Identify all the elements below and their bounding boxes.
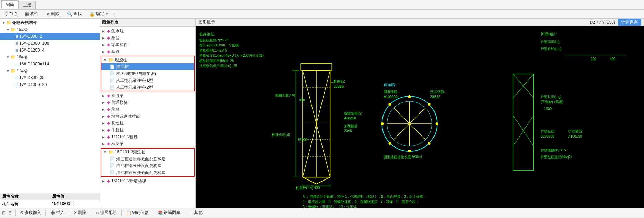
cat-item-lx[interactable]: ▶ ◆ 零星构件 — [100, 41, 195, 48]
node-icon: ⬡ — [4, 11, 8, 17]
cat-item-16g3[interactable]: ▼ 📁 16G101-3灌注桩 — [101, 149, 194, 155]
cat-item-qz[interactable]: ▶ ◆ 墙柱或砌体拉筋 — [100, 113, 195, 120]
cat-item-pile3[interactable]: 📄 人工挖孔灌注桩-1型 — [101, 77, 194, 84]
cat-item-kjl[interactable]: ▶ ◆ 框架梁 — [100, 140, 195, 147]
guard-wall-rect — [513, 74, 534, 170]
find-btn[interactable]: 🔍 查找 — [64, 10, 84, 18]
cat-ntz-arrow: ▶ — [102, 128, 107, 132]
component-btn[interactable]: ▦ 构件 — [23, 10, 41, 18]
delete-btn[interactable]: ✕ 删除 — [44, 10, 62, 18]
cat-item-yt[interactable]: ▶ ◆ 阳台 — [100, 34, 195, 41]
insert-btn[interactable]: ➕ 插入 — [47, 209, 68, 217]
tree-root-arrow[interactable]: ▼ — [1, 21, 6, 25]
btbar-sep5 — [121, 210, 122, 216]
label-pile-steel-title: 桩身钢筋: — [199, 32, 215, 36]
tree-root[interactable]: ▼ 📁 钢筋表格构件 — [0, 19, 100, 26]
cat-16g2-arrow: ▶ — [102, 179, 107, 183]
cat-item-ygl[interactable]: ▶ ◆ 圆过梁 — [100, 92, 195, 99]
cat-item-16g2[interactable]: ▶ ◆ 16G101-2新增楼梯 — [100, 177, 195, 184]
bottom-icon-2: ⊞ — [8, 210, 12, 215]
cat-ntz-diamond-icon: ◆ — [107, 128, 110, 132]
tree-floor-16[interactable]: ▼ 📁 16#楼 — [0, 54, 100, 61]
label-hw-stirrup: 护壁箍筋: — [568, 129, 583, 133]
label-dajtype: 搭接类型(1.4jzs) 5 — [199, 48, 227, 52]
cat-item-16g3-1[interactable]: 📄 灌注桩通长等截面配筋构造 — [101, 155, 194, 162]
scale-reinf-btn[interactable]: ↔ 缩尺配筋 — [92, 209, 120, 217]
cat-item-pile2[interactable]: 📄 桩(处理加密与非加密) — [101, 70, 194, 77]
label-hw-longbar-val: B228200 — [541, 134, 554, 138]
cat-item-jc[interactable]: ▶ ◆ 基础 — [100, 48, 195, 55]
note-line1: 注：搭接类型为数值，其中 1：代表绑扎（默认），2：单面焊接，3：双面焊接， — [303, 195, 426, 198]
cat-ygl-arrow: ▶ — [102, 94, 107, 98]
node-btn[interactable]: ⬡ 节点 — [2, 10, 20, 18]
cat-jsk-arrow: ▶ — [102, 29, 107, 33]
btbar-sep1 — [15, 210, 16, 216]
cat-16g3-1-page-icon: 📄 — [110, 156, 115, 161]
tab-civil[interactable]: 土建 — [19, 1, 36, 9]
cat-ptlt-arrow: ▶ — [102, 101, 107, 105]
table-icon-17d800: ⊞ — [15, 76, 18, 80]
tree-item-15d1200[interactable]: ⊞ 15#-D1200=4 — [0, 47, 100, 54]
tree-floor15-arrow[interactable]: ▼ — [6, 28, 10, 32]
cat-kjl-arrow: ▶ — [102, 142, 107, 146]
cat-jc-arrow: ▶ — [102, 50, 107, 54]
label-gudu: 箍固长度(La) — [275, 93, 295, 97]
tree-floor-15[interactable]: ▼ 📁 15#楼 — [0, 26, 100, 33]
cat-11g-diamond-icon: ◆ — [107, 134, 110, 139]
label-200: 200 — [591, 57, 596, 61]
param-input-btn[interactable]: ⚙ 参数输入 — [17, 209, 44, 217]
rebar-bl — [388, 142, 391, 145]
cat-item-xjz[interactable]: ▼ 📁 现浇柱 — [101, 56, 194, 63]
cat-item-pile4[interactable]: 📄 人工挖孔灌注桩-2型 — [101, 84, 194, 91]
cat-section-xianjiao: ▼ 📁 现浇柱 📄 灌注桩 📄 桩(处理加密与非加密) 📄 人工挖孔灌注桩-1型 — [101, 56, 195, 91]
reinf-lib-btn[interactable]: 📚 钢筋图库 — [155, 209, 183, 217]
delete-icon: ✕ — [46, 11, 50, 17]
tree-item-17d1000[interactable]: ⊞ 17#-D1000=29 — [0, 81, 100, 88]
label-hw-title: 护壁钢筋: — [540, 32, 557, 36]
label-hw-len: 护壁长度(L.g) — [540, 95, 562, 99]
toolbar-more-btn[interactable]: » — [114, 12, 116, 16]
cat-item-16g3-3[interactable]: 📄 灌注桩通长变截面配筋构造 — [101, 169, 194, 176]
cat-item-ptlt[interactable]: ▶ ◆ 普通楼梯 — [100, 99, 195, 106]
main-layout: ▼ 📁 钢筋表格构件 ▼ 📁 15#楼 ⊞ 15#-D800=2 ⊞ 15#-D… — [0, 19, 644, 208]
btbar-delete-btn[interactable]: ✕ 删除 — [71, 209, 89, 217]
tree-item-15d1000[interactable]: ⊞ 15#-D1000=108 — [0, 40, 100, 47]
tree-item-15d800[interactable]: ⊞ 15#-D800=2 — [0, 33, 100, 40]
cat-pile2-page-icon: 📄 — [110, 71, 115, 76]
cat-item-16g3-2[interactable]: 📄 灌注桩部分长度配筋构造 — [101, 162, 194, 169]
calc-save-button[interactable]: 计算保存 — [618, 19, 641, 26]
rebar-tr — [428, 103, 431, 106]
label-pile-len: 桩身长度(zl) — [271, 133, 290, 137]
btbar-sep6 — [153, 210, 153, 216]
top-tab-bar: 钢筋 土建 — [0, 0, 644, 10]
tab-steel[interactable]: 钢筋 — [1, 0, 19, 9]
cat-gzz-arrow: ▶ — [102, 121, 107, 125]
tree-item-16d1000[interactable]: ⊞ 16#-D1000=114 — [0, 61, 100, 67]
tree-floor17-arrow[interactable]: ▼ — [6, 69, 10, 73]
label-hw-dia: 护壁纵筋直径(hbzj2) — [540, 155, 572, 159]
cat-item-jsk[interactable]: ▶ ◆ 集水坑 — [100, 28, 195, 34]
reinf-info-btn[interactable]: 📋 钢筋信息 — [123, 209, 152, 217]
catalog-container[interactable]: ▶ ◆ 集水坑 ▶ ◆ 阳台 ▶ ◆ 零星构件 ▶ ◆ 基础 — [100, 27, 195, 208]
cat-lx-diamond-icon: ◆ — [107, 42, 110, 47]
catalog-title: 图集列表 — [100, 19, 195, 27]
label-zjzj: 桩纵筋直径(zjzj) 25 — [199, 38, 228, 42]
tree-floor16-folder-icon: 📁 — [10, 55, 16, 59]
cat-item-ntz[interactable]: ▶ ◆ 牛腿柱 — [100, 127, 195, 133]
cat-lx-arrow: ▶ — [102, 43, 107, 47]
cat-item-gnz[interactable]: 📄 灌注桩 — [101, 63, 194, 70]
table-icon-17d1000: ⊞ — [15, 83, 18, 87]
cat-item-11g[interactable]: ▶ ◆ 11G101-2楼梯 — [100, 133, 195, 140]
rebar-br — [428, 142, 431, 145]
coord-display: (X: 77 Y: 653) — [590, 20, 615, 25]
cat-item-gzz[interactable]: ▶ ◆ 构造柱 — [100, 120, 195, 127]
table-icon-15d800: ⊞ — [15, 34, 18, 39]
tree-floor-17[interactable]: ▼ 📁 17#楼 — [0, 67, 100, 74]
tree-floor16-arrow[interactable]: ▼ — [6, 55, 10, 59]
cat-11g-arrow: ▶ — [102, 135, 107, 139]
other-btn[interactable]: … 其他 — [186, 209, 206, 217]
tree-item-17d800[interactable]: ⊞ 17#-D800=35 — [0, 74, 100, 81]
cat-item-ct[interactable]: ▶ ◆ 承台 — [100, 106, 195, 113]
cat-yt-arrow: ▶ — [102, 36, 107, 40]
lock-btn[interactable]: 🔒 锁定 ▼ — [87, 10, 111, 18]
